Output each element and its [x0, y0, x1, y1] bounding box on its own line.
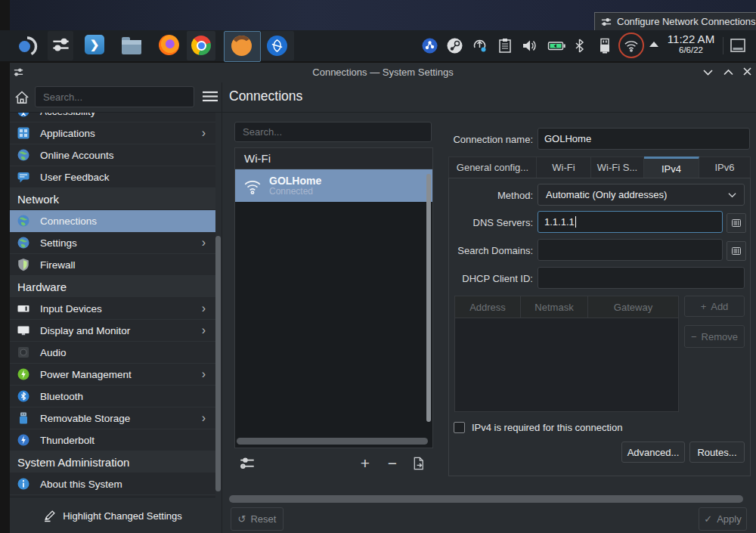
apply-button[interactable]: ✓Apply — [699, 507, 747, 531]
sidebar-item-user-feedback[interactable]: User Feedback — [10, 166, 215, 188]
routes-button[interactable]: Routes... — [689, 442, 745, 463]
domains-list-edit-button[interactable] — [727, 241, 746, 261]
connection-list-vscrollbar[interactable] — [426, 174, 431, 422]
sidebar-item-display-monitor[interactable]: Display and Monitor › — [10, 320, 215, 342]
home-button[interactable] — [12, 88, 32, 107]
configure-connections-icon-button[interactable] — [236, 452, 259, 475]
window-title: Connections — System Settings — [10, 67, 756, 78]
chrome-icon[interactable] — [191, 36, 212, 57]
firefox-icon[interactable] — [159, 35, 180, 56]
section-label: System Administration — [17, 456, 129, 469]
close-button[interactable] — [743, 67, 751, 76]
sidebar-item-online-accounts[interactable]: Online Accounts — [10, 144, 215, 166]
editor-tabs: General config... Wi-Fi Wi-Fi S... IPv4 … — [448, 156, 751, 178]
highlight-changed-settings-button[interactable]: Highlight Changed Settings — [10, 497, 215, 533]
sidebar-item-audio[interactable]: Audio — [10, 342, 215, 364]
dns-list-edit-button[interactable] — [727, 213, 746, 233]
tab-general-config[interactable]: General config... — [448, 156, 537, 178]
sidebar-item-accessibility[interactable]: Accessibility — [10, 113, 215, 122]
plus-icon: + — [701, 301, 707, 312]
export-connection-button[interactable] — [407, 452, 429, 475]
check-icon: ✓ — [704, 513, 712, 525]
apply-label: Apply — [717, 513, 742, 525]
minus-icon: − — [691, 331, 697, 342]
sidebar-item-about-this-system[interactable]: About this System — [10, 473, 215, 495]
battlenet-icon[interactable] — [267, 36, 288, 57]
usb-drive-icon — [17, 411, 30, 425]
wifi-tray-highlight-ring[interactable] — [618, 33, 644, 58]
sidebar-item-label: Settings — [40, 237, 77, 249]
maximize-button[interactable] — [723, 69, 733, 76]
battery-tray-icon[interactable] — [547, 38, 563, 54]
system-settings-icon[interactable] — [51, 35, 72, 56]
remove-connection-button[interactable]: − — [381, 452, 404, 475]
connection-name-input[interactable] — [538, 128, 750, 150]
kdeconnect-tray-icon[interactable] — [422, 38, 438, 54]
method-value: Automatic (Only addresses) — [546, 189, 667, 200]
updates-tray-icon[interactable] — [472, 38, 488, 54]
search-domains-input[interactable] — [538, 239, 723, 261]
show-desktop-icon[interactable] — [730, 38, 745, 54]
network-tooltip: Configure Network Connections... — [594, 12, 756, 31]
volume-tray-icon[interactable] — [522, 38, 538, 54]
connection-list-hscrollbar[interactable] — [237, 438, 428, 445]
sidebar-item-applications[interactable]: Applications › — [10, 122, 215, 144]
remove-address-button[interactable]: −Remove — [684, 325, 745, 348]
minimize-button[interactable] — [703, 69, 713, 76]
method-dropdown[interactable]: Automatic (Only addresses) — [538, 184, 745, 206]
sidebar-item-bluetooth[interactable]: Bluetooth — [10, 386, 215, 407]
sidebar-item-power-management[interactable]: Power Management › — [10, 364, 215, 386]
connection-name-label: Connection name: — [448, 134, 533, 145]
addresses-table: Address Netmask Gateway — [454, 296, 679, 412]
column-netmask: Netmask — [521, 296, 588, 318]
tab-wifi-security[interactable]: Wi-Fi S... — [591, 156, 644, 178]
sidebar-item-label: Removable Storage — [40, 413, 130, 424]
sidebar-item-input-devices[interactable]: Input Devices › — [10, 298, 215, 320]
content-hscrollbar[interactable] — [229, 495, 743, 503]
ipv4-required-label: IPv4 is required for this connection — [472, 422, 622, 433]
sidebar-item-connections[interactable]: Connections — [10, 210, 215, 232]
hamburger-menu-icon[interactable] — [202, 91, 218, 102]
dns-servers-input[interactable]: 1.1.1.1 — [538, 211, 723, 233]
connection-search-input[interactable] — [234, 122, 432, 142]
sidebar-item-label: Firewall — [40, 259, 76, 271]
sidebar-item-label: Power Management — [40, 369, 132, 380]
section-label: Network — [17, 193, 59, 206]
orange-app-icon[interactable] — [231, 36, 253, 57]
tab-ipv6[interactable]: IPv6 — [699, 156, 751, 178]
section-label: Hardware — [17, 280, 67, 293]
add-connection-button[interactable]: + — [354, 452, 376, 475]
tray-clock[interactable]: 11:22 AM 6/6/22 — [662, 33, 720, 54]
clock-time: 11:22 AM — [662, 33, 720, 45]
discover-icon[interactable]: ❯ — [85, 35, 106, 56]
info-icon — [17, 477, 30, 491]
usb-tray-icon[interactable] — [598, 38, 612, 54]
sidebar-item-network-settings[interactable]: Settings › — [10, 232, 215, 254]
connection-item-golhome[interactable]: GOLHome Connected — [235, 169, 432, 202]
clipboard-tray-icon[interactable] — [498, 38, 514, 54]
steam-tray-icon[interactable] — [447, 38, 463, 54]
sidebar-item-label: Online Accounts — [40, 150, 114, 161]
reset-button[interactable]: ↺Reset — [231, 507, 284, 531]
advanced-button[interactable]: Advanced... — [621, 442, 685, 463]
add-address-button[interactable]: +Add — [684, 296, 745, 317]
sidebar-section-network: Network — [10, 188, 215, 210]
sidebar-item-thunderbolt[interactable]: Thunderbolt — [10, 429, 215, 451]
tab-wifi[interactable]: Wi-Fi — [537, 156, 591, 178]
sidebar-item-removable-storage[interactable]: Removable Storage › — [10, 407, 215, 429]
file-manager-icon[interactable] — [122, 36, 143, 57]
bluetooth-tray-icon[interactable] — [575, 38, 584, 54]
bluetooth-icon — [17, 389, 30, 403]
dhcp-client-id-input[interactable] — [538, 267, 745, 289]
app-launcher-icon[interactable] — [17, 35, 38, 56]
sidebar-item-label: Input Devices — [40, 303, 102, 315]
settings-search-input[interactable] — [35, 86, 194, 107]
sidebar-item-firewall[interactable]: Firewall — [10, 254, 215, 276]
globe-icon — [17, 148, 30, 162]
advanced-label: Advanced... — [627, 447, 680, 458]
ipv4-required-checkbox[interactable] — [454, 422, 465, 433]
sidebar-section-system-administration: System Administration — [10, 451, 215, 473]
sidebar-scrollbar[interactable] — [215, 236, 221, 491]
column-gateway: Gateway — [588, 296, 678, 318]
tab-ipv4[interactable]: IPv4 — [644, 156, 699, 178]
